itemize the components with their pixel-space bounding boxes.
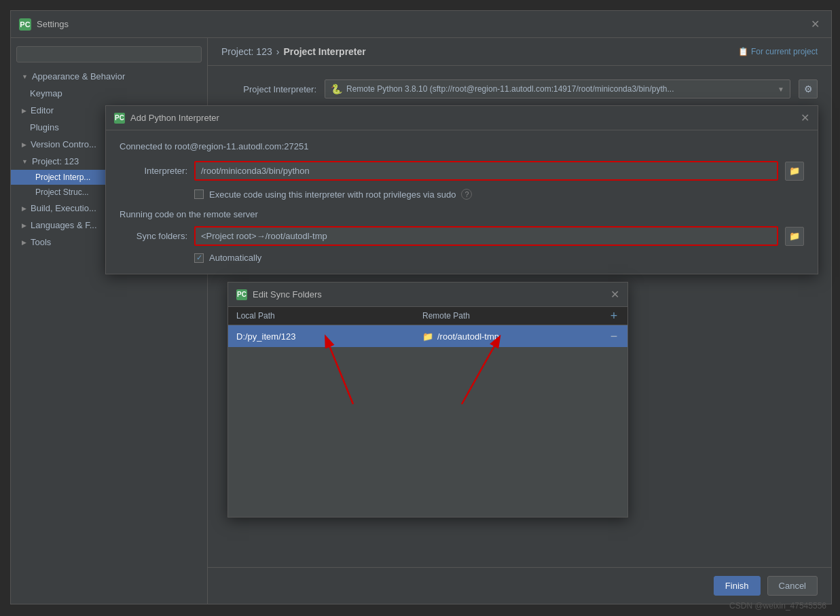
search-box[interactable] bbox=[16, 46, 202, 62]
sync-folder-row[interactable]: D:/py_item/123 📁 /root/autodl-tmp − bbox=[228, 325, 627, 347]
add-interpreter-close-button[interactable]: ✕ bbox=[801, 111, 809, 124]
finish-button[interactable]: Finish bbox=[714, 576, 761, 596]
table-header-actions: + bbox=[600, 307, 627, 325]
interpreter-path-row: Interpreter: /root/miniconda3/bin/python… bbox=[120, 161, 804, 181]
sidebar-item-project-label: Project: 123 bbox=[32, 156, 79, 166]
breadcrumb: Project: 123 › Project Interpreter bbox=[221, 46, 366, 57]
for-current-project: 📋 For current project bbox=[738, 47, 818, 56]
main-header: Project: 123 › Project Interpreter 📋 For… bbox=[208, 38, 831, 66]
sudo-checkbox[interactable] bbox=[194, 189, 204, 199]
sidebar-item-version-control-label: Version Contro... bbox=[31, 139, 96, 149]
edit-sync-title-bar: PC Edit Sync Folders ✕ bbox=[228, 283, 627, 307]
auto-upload-checkbox[interactable] bbox=[194, 253, 204, 263]
search-input[interactable] bbox=[22, 50, 196, 59]
sudo-help-icon[interactable]: ? bbox=[461, 189, 472, 200]
sidebar-item-project-interpreter-label: Project Interp... bbox=[35, 173, 90, 182]
interpreter-settings-button[interactable]: ⚙ bbox=[799, 79, 818, 98]
sync-folders-row: Sync folders: <Project root>→/root/autod… bbox=[120, 226, 804, 246]
window-close-button[interactable]: ✕ bbox=[807, 16, 823, 33]
sidebar-item-appearance-label: Appearance & Behavior bbox=[32, 71, 125, 81]
add-interpreter-body: Connected to root@region-11.autodl.com:2… bbox=[106, 130, 818, 274]
interpreter-dropdown-arrow: ▼ bbox=[778, 86, 784, 93]
add-interpreter-icon: PC bbox=[114, 113, 125, 124]
sync-table-empty-area bbox=[228, 347, 627, 517]
sidebar-item-keymap-label: Keymap bbox=[30, 88, 62, 98]
remote-path-folder-icon: 📁 bbox=[422, 331, 433, 342]
local-path-header: Local Path bbox=[228, 307, 414, 325]
connected-text: Connected to root@region-11.autodl.com:2… bbox=[120, 141, 804, 151]
interpreter-dropdown[interactable]: 🐍 Remote Python 3.8.10 (sftp://root@regi… bbox=[325, 79, 790, 98]
interpreter-field-row: Project Interpreter: 🐍 Remote Python 3.8… bbox=[221, 79, 818, 98]
edit-sync-close-button[interactable]: ✕ bbox=[610, 288, 619, 301]
sync-table-header: Local Path Remote Path + bbox=[228, 307, 627, 325]
interpreter-browse-button[interactable]: 📁 bbox=[785, 162, 804, 181]
sync-folders-label: Sync folders: bbox=[120, 231, 187, 241]
sidebar-item-appearance[interactable]: Appearance & Behavior bbox=[11, 68, 207, 85]
sidebar-item-keymap[interactable]: Keymap bbox=[11, 85, 207, 102]
window-title: Settings bbox=[37, 19, 69, 29]
add-interpreter-dialog: PC Add Python Interpreter ✕ Connected to… bbox=[105, 105, 818, 274]
add-sync-folder-button[interactable]: + bbox=[606, 308, 622, 324]
interpreter-path-value: /root/miniconda3/bin/python bbox=[201, 166, 771, 176]
breadcrumb-project: Project: 123 bbox=[221, 46, 272, 57]
breadcrumb-separator: › bbox=[276, 46, 280, 57]
breadcrumb-page: Project Interpreter bbox=[283, 46, 365, 57]
edit-sync-title: Edit Sync Folders bbox=[253, 289, 322, 300]
watermark: CSDN @weixin_47545556 bbox=[729, 601, 826, 611]
add-interpreter-title-bar: PC Add Python Interpreter ✕ bbox=[106, 106, 818, 130]
sidebar-item-languages-label: Languages & F... bbox=[31, 220, 97, 230]
folder-icon: 📁 bbox=[789, 166, 800, 176]
sidebar-item-build-execution-label: Build, Executio... bbox=[31, 203, 96, 213]
running-code-section: Running code on the remote server Sync f… bbox=[120, 209, 804, 263]
edit-sync-dialog: PC Edit Sync Folders ✕ Local Path Remote… bbox=[227, 282, 628, 518]
sudo-label: Execute code using this interpreter with… bbox=[209, 189, 456, 200]
sidebar-item-project-structure-label: Project Struc... bbox=[35, 187, 89, 197]
remote-path-value: /root/autodl-tmp bbox=[437, 331, 499, 342]
remote-path-cell: 📁 /root/autodl-tmp bbox=[414, 327, 600, 346]
cancel-button[interactable]: Cancel bbox=[767, 576, 818, 596]
sync-folders-input[interactable]: <Project root>→/root/autodl-tmp bbox=[194, 226, 778, 246]
remote-path-header: Remote Path bbox=[414, 307, 600, 325]
interpreter-path-label: Interpreter: bbox=[120, 166, 187, 176]
gear-icon: ⚙ bbox=[804, 84, 813, 94]
local-path-cell: D:/py_item/123 bbox=[228, 327, 414, 346]
sidebar-item-editor-label: Editor bbox=[31, 105, 54, 115]
running-code-title: Running code on the remote server bbox=[120, 209, 804, 219]
auto-upload-label: Automatically bbox=[209, 253, 261, 263]
sync-browse-button[interactable]: 📁 bbox=[785, 227, 804, 246]
sudo-row: Execute code using this interpreter with… bbox=[120, 189, 804, 200]
interpreter-value: Remote Python 3.8.10 (sftp://root@region… bbox=[346, 84, 778, 94]
footer: Finish Cancel bbox=[208, 567, 831, 604]
edit-sync-body: Local Path Remote Path + D:/py_item/123 … bbox=[228, 307, 627, 517]
edit-sync-icon: PC bbox=[236, 289, 247, 300]
sidebar-item-plugins-label: Plugins bbox=[30, 122, 59, 132]
row-actions: − bbox=[600, 328, 627, 344]
app-icon: PC bbox=[19, 18, 31, 31]
folder-icon-sync: 📁 bbox=[789, 231, 800, 241]
interpreter-path-input[interactable]: /root/miniconda3/bin/python bbox=[194, 161, 778, 181]
remove-sync-folder-button[interactable]: − bbox=[606, 328, 622, 344]
add-interpreter-title: Add Python Interpreter bbox=[130, 113, 219, 123]
interpreter-label: Project Interpreter: bbox=[221, 84, 316, 94]
title-bar: PC Settings ✕ bbox=[11, 11, 831, 38]
sidebar-item-tools-label: Tools bbox=[31, 237, 51, 247]
auto-upload-row: Automatically bbox=[120, 253, 804, 263]
local-path-value: D:/py_item/123 bbox=[236, 331, 295, 342]
